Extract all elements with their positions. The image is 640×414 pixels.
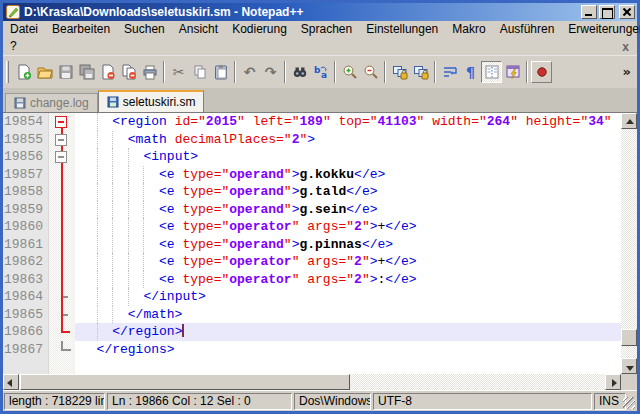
menu-kodierung[interactable]: Kodierung	[225, 21, 294, 38]
code-text[interactable]: </input>	[75, 288, 621, 306]
status-cursor-position[interactable]: Ln : 19866 Col : 12 Sel : 0	[107, 393, 292, 410]
code-line[interactable]: 19862 <e type="operator" args="2">+</e>	[3, 253, 621, 271]
scroll-left-icon[interactable]	[3, 374, 19, 390]
line-number[interactable]: 19867	[3, 341, 49, 359]
code-line[interactable]: 19861 <e type="operand">g.pinnas</e>	[3, 236, 621, 254]
menu-bearbeiten[interactable]: Bearbeiten	[45, 21, 117, 38]
fold-line	[49, 288, 75, 306]
line-number[interactable]: 19861	[3, 236, 49, 254]
scroll-up-icon[interactable]	[621, 113, 637, 129]
show-indent-guide-icon[interactable]	[481, 61, 502, 83]
close-button-icon[interactable]	[619, 5, 635, 19]
menu-erweiterungen[interactable]: Erweiterungen	[561, 21, 640, 38]
code-line[interactable]: 19866 </region>	[3, 323, 621, 341]
notepadpp-app-icon[interactable]	[6, 5, 20, 19]
maximize-button-icon[interactable]	[599, 5, 615, 19]
line-number[interactable]: 19865	[3, 306, 49, 324]
line-number[interactable]: 19863	[3, 271, 49, 289]
resize-grip[interactable]	[623, 397, 635, 409]
menu-ausfuehren[interactable]: Ausführen	[493, 21, 562, 38]
code-line[interactable]: 19863 <e type="operator" args="2">:</e>	[3, 271, 621, 289]
minimize-button-icon[interactable]	[581, 5, 597, 19]
menu-bar: Datei Bearbeiten Suchen Ansicht Kodierun…	[3, 21, 637, 55]
line-number[interactable]: 19855	[3, 131, 49, 149]
line-number[interactable]: 19857	[3, 166, 49, 184]
code-area[interactable]: 19854 <region id="2015" left="189" top="…	[3, 113, 621, 374]
code-lines: 19854 <region id="2015" left="189" top="…	[3, 113, 621, 374]
code-line[interactable]: 19865 </math>	[3, 306, 621, 324]
scroll-right-icon[interactable]	[605, 374, 621, 390]
fold-collapse-icon[interactable]	[49, 113, 75, 131]
fold-collapse-icon[interactable]	[49, 148, 75, 166]
paste-icon[interactable]	[210, 61, 231, 83]
fold-collapse-icon[interactable]	[49, 131, 75, 149]
code-line[interactable]: 19860 <e type="operator" args="2">+</e>	[3, 218, 621, 236]
show-all-characters-icon[interactable]: ¶	[460, 61, 481, 83]
toolbar-separator	[526, 61, 528, 83]
code-line[interactable]: 19859 <e type="operand">g.sein</e>	[3, 201, 621, 219]
open-file-icon[interactable]	[34, 61, 55, 83]
code-text[interactable]: <math decimalPlaces="2">	[75, 131, 621, 149]
status-encoding[interactable]: UTF-8	[373, 393, 592, 410]
menu-suchen[interactable]: Suchen	[117, 21, 172, 38]
menu-einstellungen[interactable]: Einstellungen	[359, 21, 445, 38]
line-number[interactable]: 19860	[3, 218, 49, 236]
menu-datei[interactable]: Datei	[3, 21, 45, 38]
code-line[interactable]: 19855 <math decimalPlaces="2">	[3, 131, 621, 149]
code-line[interactable]: 19864 </input>	[3, 288, 621, 306]
scroll-down-icon[interactable]	[621, 358, 637, 374]
code-text[interactable]: <region id="2015" left="189" top="41103"…	[75, 113, 621, 131]
code-text[interactable]: <e type="operand">g.kokku</e>	[75, 166, 621, 184]
document-close-icon[interactable]: x	[614, 40, 637, 54]
tab-seletuskiri[interactable]: seletuskiri.sm	[98, 90, 205, 112]
code-text[interactable]: <e type="operator" args="2">:</e>	[75, 271, 621, 289]
indent-guide	[112, 253, 113, 271]
sync-vertical-scroll-icon[interactable]	[389, 61, 410, 83]
vertical-scroll-thumb[interactable]	[621, 329, 637, 346]
line-number[interactable]: 19866	[3, 323, 49, 341]
new-file-icon[interactable]	[13, 61, 34, 83]
line-number[interactable]: 19862	[3, 253, 49, 271]
replace-icon[interactable]: ba	[310, 61, 331, 83]
word-wrap-icon[interactable]	[439, 61, 460, 83]
horizontal-scrollbar[interactable]	[3, 374, 621, 390]
close-document-icon[interactable]	[97, 61, 118, 83]
code-line[interactable]: 19858 <e type="operand">g.tald</e>	[3, 183, 621, 201]
code-text[interactable]: <input>	[75, 148, 621, 166]
menu-sprachen[interactable]: Sprachen	[294, 21, 359, 38]
line-number[interactable]: 19856	[3, 148, 49, 166]
code-text[interactable]: <e type="operator" args="2">+</e>	[75, 218, 621, 236]
line-number[interactable]: 19859	[3, 201, 49, 219]
menu-makro[interactable]: Makro	[445, 21, 492, 38]
code-text[interactable]: <e type="operand">g.tald</e>	[75, 183, 621, 201]
menu-help[interactable]: ?	[3, 38, 24, 55]
line-number[interactable]: 19854	[3, 113, 49, 131]
line-number[interactable]: 19864	[3, 288, 49, 306]
code-text[interactable]: <e type="operand">g.pinnas</e>	[75, 236, 621, 254]
code-line[interactable]: 19856 <input>	[3, 148, 621, 166]
code-line[interactable]: 19857 <e type="operand">g.kokku</e>	[3, 166, 621, 184]
code-line[interactable]: 19867 </regions>	[3, 341, 621, 359]
zoom-out-icon[interactable]	[360, 61, 381, 83]
tab-change-log[interactable]: change.log	[5, 93, 98, 112]
macro-record-icon[interactable]	[531, 61, 552, 83]
toolbar-overflow-icon[interactable]: »	[623, 64, 633, 80]
code-text[interactable]: <e type="operand">g.sein</e>	[75, 201, 621, 219]
code-line[interactable]: 19854 <region id="2015" left="189" top="…	[3, 113, 621, 131]
status-typing-mode[interactable]: INS	[594, 393, 626, 410]
close-all-documents-icon[interactable]	[118, 61, 139, 83]
vertical-scrollbar[interactable]	[621, 113, 637, 374]
function-list-icon[interactable]	[502, 61, 523, 83]
find-icon[interactable]	[289, 61, 310, 83]
menu-ansicht[interactable]: Ansicht	[172, 21, 225, 38]
code-text[interactable]: <e type="operator" args="2">+</e>	[75, 253, 621, 271]
print-icon[interactable]	[139, 61, 160, 83]
horizontal-scroll-thumb[interactable]	[20, 374, 350, 390]
code-text[interactable]: </math>	[75, 306, 621, 324]
sync-horizontal-scroll-icon[interactable]	[410, 61, 431, 83]
status-eol-format[interactable]: Dos\Windows	[294, 393, 371, 410]
code-text[interactable]: </regions>	[75, 341, 621, 359]
zoom-in-icon[interactable]	[339, 61, 360, 83]
line-number[interactable]: 19858	[3, 183, 49, 201]
code-text[interactable]: </region>	[75, 323, 621, 341]
